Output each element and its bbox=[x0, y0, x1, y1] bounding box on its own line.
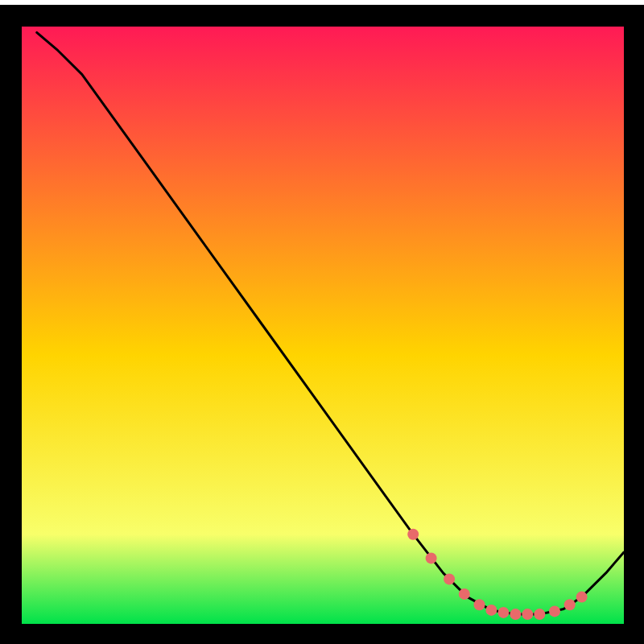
dot bbox=[459, 588, 470, 600]
dot bbox=[474, 599, 485, 610]
dot bbox=[510, 609, 521, 620]
dot bbox=[497, 607, 509, 618]
dot bbox=[564, 599, 576, 610]
chart-container: { "attribution": "TheBottleneck.com", "c… bbox=[0, 0, 644, 644]
dot bbox=[534, 609, 545, 620]
dot bbox=[576, 592, 588, 603]
dot bbox=[444, 573, 455, 584]
dot bbox=[407, 529, 419, 540]
dot bbox=[522, 609, 533, 620]
dot bbox=[549, 605, 560, 617]
bottleneck-chart bbox=[0, 0, 644, 644]
dot bbox=[426, 552, 437, 564]
dot bbox=[485, 605, 497, 616]
